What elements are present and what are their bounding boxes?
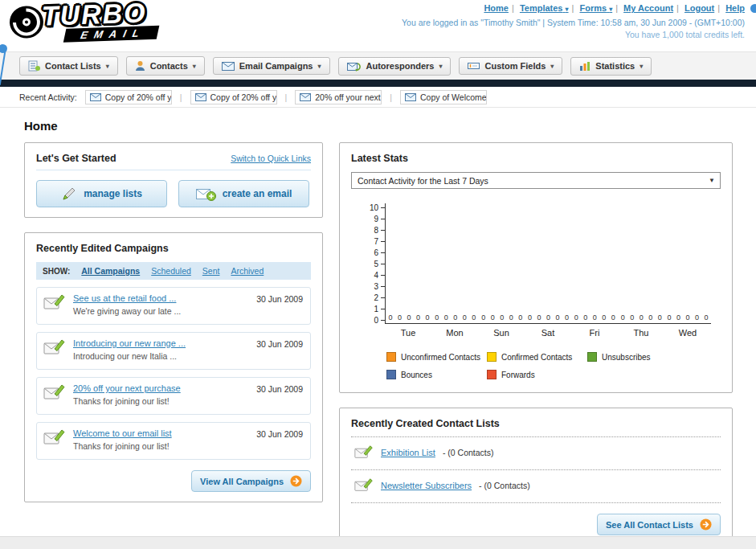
- chevron-down-icon: ▾: [550, 63, 554, 70]
- manage-lists-button[interactable]: manage lists: [36, 180, 167, 207]
- legend-label: Forwards: [501, 371, 535, 379]
- legend-item: Forwards: [487, 370, 587, 379]
- login-status-text: You are logged in as "Timothy Smith" | S…: [402, 18, 745, 27]
- contact-list-row[interactable]: Newsletter Subscribers - (0 Contacts): [351, 470, 721, 495]
- chart-value-labels: 0 0 0 0 0: [571, 313, 618, 322]
- header-right: Home| Templates ▾| Forms ▾| My Account| …: [402, 3, 745, 39]
- link-help[interactable]: Help: [725, 3, 745, 13]
- tab-contacts[interactable]: Contacts ▾: [126, 56, 205, 76]
- contact-list-row[interactable]: Exhibition List - (0 Contacts): [351, 437, 721, 462]
- y-tick: 10: [351, 203, 385, 211]
- manage-lists-label: manage lists: [84, 188, 142, 199]
- envelope-icon: [195, 93, 206, 101]
- legend-swatch: [386, 352, 396, 362]
- campaign-subtitle: Thanks for joining our list!: [73, 441, 170, 451]
- footer-strip: [0, 536, 756, 549]
- recent-contact-lists-panel: Recently Created Contact Lists Exhibitio…: [339, 408, 733, 546]
- tab-email-campaigns[interactable]: Email Campaigns ▾: [213, 57, 330, 75]
- recent-activity-bar: Recent Activity: Copy of 20% off yo | Co…: [0, 87, 756, 108]
- main-nav: Contact Lists ▾ Contacts ▾ Email Campaig…: [0, 51, 756, 80]
- campaigns-filter-bar: SHOW: All Campaigns Scheduled Sent Archi…: [36, 262, 311, 280]
- chart-category-column: 0 0 0 0 0: [479, 203, 525, 323]
- tab-contact-lists[interactable]: Contact Lists ▾: [19, 56, 118, 76]
- filter-archived[interactable]: Archived: [231, 266, 264, 276]
- chevron-down-icon: ▾: [439, 63, 442, 70]
- link-home[interactable]: Home: [484, 3, 509, 13]
- header: TURBO EMAIL Home| Templates ▾| Forms ▾| …: [0, 0, 756, 51]
- filter-all-campaigns[interactable]: All Campaigns: [81, 266, 140, 276]
- campaign-title-link[interactable]: Introducing our new range ...: [73, 338, 186, 348]
- latest-stats-title: Latest Stats: [351, 153, 721, 164]
- see-all-contact-lists-label: See All Contact Lists: [606, 520, 693, 530]
- tab-label: Statistics: [595, 61, 635, 71]
- chart-y-axis: 109876543210: [351, 203, 385, 324]
- link-forms[interactable]: Forms ▾: [579, 3, 612, 13]
- envelope-icon: [300, 93, 311, 101]
- view-all-campaigns-button[interactable]: View All Campaigns: [191, 470, 311, 492]
- campaign-title-link[interactable]: Welcome to our email list: [73, 428, 172, 438]
- link-my-account[interactable]: My Account: [623, 3, 673, 13]
- recent-activity-label: Recent Activity:: [19, 92, 77, 102]
- recent-activity-item[interactable]: Copy of 20% off yo: [85, 90, 172, 104]
- y-tick: 2: [351, 293, 385, 301]
- contact-lists-icon: [28, 60, 40, 72]
- left-column: Let's Get Started Switch to Quick Links …: [24, 142, 323, 502]
- dropdown-caret-icon: ▼: [709, 177, 717, 184]
- campaign-row[interactable]: Introducing our new range ... Introducin…: [36, 332, 311, 370]
- contact-list-name-link[interactable]: Exhibition List: [381, 448, 435, 457]
- create-email-label: create an email: [223, 188, 292, 199]
- chart-value-labels: 0 0 0 0 0: [432, 313, 479, 322]
- recent-campaigns-panel: Recently Edited Campaigns SHOW: All Camp…: [24, 232, 323, 502]
- contact-list-count: - (0 Contacts): [443, 448, 494, 457]
- chart-category-column: 0 0 0 0 0: [432, 203, 479, 323]
- main-content: Home Let's Get Started Switch to Quick L…: [0, 108, 756, 546]
- campaign-title-link[interactable]: See us at the retail food ...: [73, 293, 181, 303]
- link-templates[interactable]: Templates ▾: [520, 3, 569, 13]
- campaign-title-link[interactable]: 20% off your next purchase: [73, 383, 181, 393]
- switch-quick-links-link[interactable]: Switch to Quick Links: [231, 154, 311, 163]
- y-tick: 5: [351, 260, 385, 268]
- chevron-down-icon: ▾: [106, 63, 109, 70]
- contact-activity-chart: 109876543210 0 0 0 0 00 0 0 0 00 0 0 0 0…: [351, 203, 721, 324]
- see-all-contact-lists-button[interactable]: See All Contact Lists: [597, 514, 721, 535]
- link-separator: |: [572, 3, 574, 13]
- app-logo[interactable]: TURBO EMAIL: [7, 0, 158, 44]
- recent-activity-item[interactable]: Copy of 20% off yo: [190, 90, 277, 104]
- x-axis-label: Sat: [525, 328, 571, 338]
- campaign-date: 30 Jun 2009: [256, 384, 303, 394]
- link-forms-label: Forms: [579, 3, 607, 13]
- link-logout[interactable]: Logout: [684, 3, 714, 13]
- campaigns-title: Recently Edited Campaigns: [36, 243, 311, 254]
- envelope-plus-icon: [196, 187, 216, 201]
- campaign-row[interactable]: Welcome to our email list Thanks for joi…: [36, 422, 311, 460]
- legend-item: Bounces: [386, 370, 487, 379]
- recent-activity-item[interactable]: 20% off your next: [295, 90, 382, 104]
- filter-sent[interactable]: Sent: [202, 266, 220, 276]
- y-tick: 7: [351, 237, 385, 245]
- recent-activity-item[interactable]: Copy of Welcome to: [400, 90, 487, 104]
- x-axis-label: Sun: [478, 328, 525, 338]
- stats-period-dropdown[interactable]: Contact Activity for the Last 7 Days ▼: [351, 172, 721, 189]
- tab-autoresponders[interactable]: Autoresponders ▾: [338, 57, 452, 76]
- recent-activity-text: Copy of 20% off yo: [105, 92, 171, 102]
- legend-label: Confirmed Contacts: [501, 353, 572, 362]
- create-email-button[interactable]: create an email: [178, 180, 309, 207]
- right-column: Latest Stats Contact Activity for the La…: [339, 142, 733, 546]
- chevron-down-icon: ▾: [566, 6, 569, 13]
- tab-label: Custom Fields: [484, 61, 546, 71]
- tab-statistics[interactable]: Statistics ▾: [570, 57, 652, 76]
- contact-list-name-link[interactable]: Newsletter Subscribers: [381, 481, 472, 490]
- campaign-row[interactable]: See us at the retail food ... We're givi…: [36, 287, 311, 325]
- activity-divider: |: [390, 92, 392, 102]
- envelope-pencil-icon: [354, 477, 374, 493]
- tab-custom-fields[interactable]: Custom Fields ▾: [459, 57, 562, 75]
- link-separator: |: [717, 3, 720, 13]
- y-tick: 9: [351, 215, 385, 223]
- campaign-subtitle: We're giving away our late ...: [73, 306, 181, 316]
- tab-label: Autoresponders: [366, 61, 435, 71]
- y-tick: 6: [351, 248, 385, 256]
- legend-swatch: [587, 352, 597, 362]
- filter-scheduled[interactable]: Scheduled: [151, 266, 191, 276]
- campaign-row[interactable]: 20% off your next purchase Thanks for jo…: [36, 377, 311, 415]
- chart-category-column: 0 0 0 0 0: [571, 203, 618, 323]
